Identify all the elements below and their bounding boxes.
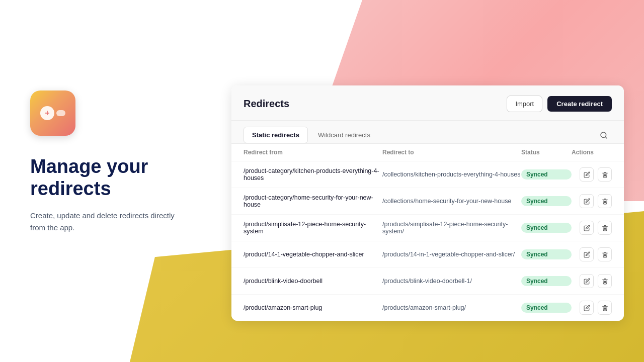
create-redirect-button[interactable]: Create redirect bbox=[547, 96, 612, 112]
cell-from: /product-category/home-security-for-your… bbox=[244, 194, 382, 208]
redirects-table: Redirect from Redirect to Status Actions… bbox=[231, 144, 624, 321]
import-button[interactable]: Import bbox=[507, 96, 542, 112]
edit-button[interactable] bbox=[580, 194, 594, 208]
actions-cell bbox=[572, 221, 612, 235]
left-panel: + Manage your redirects Create, update a… bbox=[0, 0, 211, 362]
actions-cell bbox=[572, 194, 612, 208]
card-container: Redirects Import Create redirect Static … bbox=[231, 85, 624, 321]
table-row: /product/blink-video-doorbell /products/… bbox=[231, 268, 624, 295]
search-button[interactable] bbox=[596, 127, 612, 143]
delete-button[interactable] bbox=[598, 301, 612, 315]
table-row: /product/14-1-vegetable-chopper-and-slic… bbox=[231, 241, 624, 268]
cell-to: /products/amazon-smart-plug/ bbox=[382, 304, 521, 311]
cell-to: /products/simplisafe-12-piece-home-secur… bbox=[382, 221, 521, 235]
actions-cell bbox=[572, 301, 612, 315]
delete-button[interactable] bbox=[598, 167, 612, 182]
delete-button[interactable] bbox=[598, 247, 612, 261]
cell-from: /product-category/kitchen-products-every… bbox=[244, 167, 382, 182]
table-header: Redirect from Redirect to Status Actions bbox=[231, 144, 624, 161]
tab-static-redirects[interactable]: Static redirects bbox=[244, 127, 308, 143]
table-row: /product/amazon-smart-plug /products/ama… bbox=[231, 295, 624, 321]
status-badge: Synced bbox=[521, 303, 572, 313]
delete-button[interactable] bbox=[598, 221, 612, 235]
col-header-status: Status bbox=[521, 149, 572, 156]
redirects-card: Redirects Import Create redirect Static … bbox=[231, 85, 624, 321]
description-text: Create, update and delete redirects dire… bbox=[30, 210, 186, 234]
table-row: /product-category/home-security-for-your… bbox=[231, 188, 624, 215]
cell-from: /product/simplisafe-12-piece-home-securi… bbox=[244, 221, 382, 235]
app-icon: + bbox=[30, 90, 75, 136]
edit-button[interactable] bbox=[580, 167, 594, 182]
table-body: /product-category/kitchen-products-every… bbox=[231, 161, 624, 321]
status-badge: Synced bbox=[521, 169, 572, 179]
actions-cell bbox=[572, 247, 612, 261]
status-badge: Synced bbox=[521, 223, 572, 233]
svg-line-1 bbox=[605, 137, 607, 138]
main-heading: Manage your redirects bbox=[30, 156, 186, 200]
cell-from: /product/14-1-vegetable-chopper-and-slic… bbox=[244, 251, 382, 258]
delete-button[interactable] bbox=[598, 194, 612, 208]
edit-button[interactable] bbox=[580, 301, 594, 315]
plus-icon: + bbox=[40, 106, 54, 120]
table-row: /product/simplisafe-12-piece-home-securi… bbox=[231, 215, 624, 241]
status-badge: Synced bbox=[521, 196, 572, 206]
col-header-from: Redirect from bbox=[244, 149, 382, 156]
status-badge: Synced bbox=[521, 276, 572, 286]
card-title: Redirects bbox=[244, 98, 289, 110]
edit-button[interactable] bbox=[580, 274, 594, 288]
cell-from: /product/amazon-smart-plug bbox=[244, 304, 382, 311]
col-header-actions: Actions bbox=[572, 149, 612, 156]
edit-button[interactable] bbox=[580, 247, 594, 261]
status-badge: Synced bbox=[521, 249, 572, 259]
tab-wildcard-redirects[interactable]: Wildcard redirects bbox=[310, 127, 378, 143]
actions-cell bbox=[572, 274, 612, 288]
cell-from: /product/blink-video-doorbell bbox=[244, 278, 382, 285]
cell-to: /collections/kitchen-products-everything… bbox=[382, 171, 521, 178]
toggle-icon bbox=[56, 110, 65, 116]
delete-button[interactable] bbox=[598, 274, 612, 288]
col-header-to: Redirect to bbox=[382, 149, 521, 156]
table-row: /product-category/kitchen-products-every… bbox=[231, 161, 624, 188]
tabs-row: Static redirects Wildcard redirects bbox=[231, 121, 624, 144]
edit-button[interactable] bbox=[580, 221, 594, 235]
header-actions: Import Create redirect bbox=[507, 96, 612, 112]
cell-to: /products/14-in-1-vegetable-chopper-and-… bbox=[382, 251, 521, 258]
actions-cell bbox=[572, 167, 612, 182]
cell-to: /collections/home-security-for-your-new-… bbox=[382, 198, 521, 205]
card-header: Redirects Import Create redirect bbox=[231, 85, 624, 121]
cell-to: /products/blink-video-doorbell-1/ bbox=[382, 278, 521, 285]
